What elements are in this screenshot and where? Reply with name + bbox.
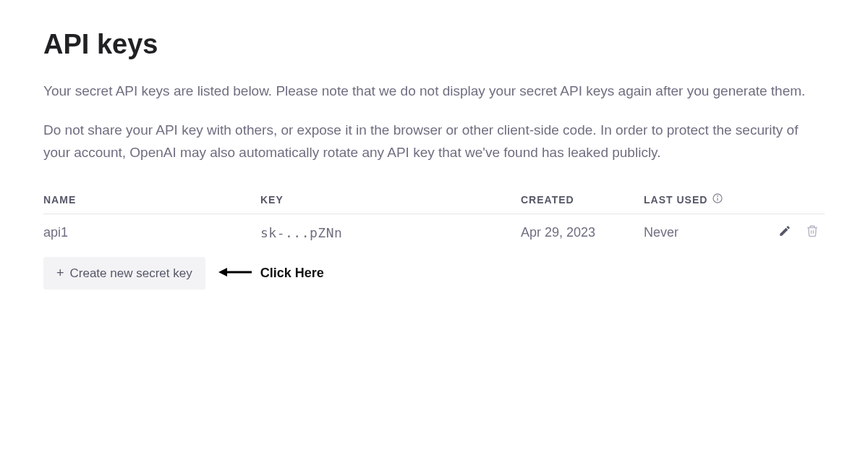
table-header-key: KEY [260,194,521,206]
create-key-row: + Create new secret key Click Here [43,257,825,290]
table-header-row: NAME KEY CREATED LAST USED [43,193,825,214]
annotation-arrow-wrap: Click Here [218,266,324,281]
table-row: api1 sk-...pZNn Apr 29, 2023 Never [43,214,825,251]
trash-icon[interactable] [806,224,819,241]
key-actions-cell [767,224,825,241]
key-value-cell: sk-...pZNn [260,225,521,240]
key-name-cell: api1 [43,225,260,240]
click-here-annotation: Click Here [260,266,324,281]
table-header-name: NAME [43,194,260,206]
table-header-lastused: LAST USED [644,193,825,206]
create-button-label: Create new secret key [70,266,192,281]
page-title: API keys [43,29,825,60]
table-header-lastused-label: LAST USED [644,194,707,206]
table-header-created: CREATED [521,194,644,206]
description-paragraph-1: Your secret API keys are listed below. P… [43,80,825,102]
info-icon[interactable] [712,193,723,206]
key-lastused-cell: Never [644,225,767,240]
edit-icon[interactable] [778,224,791,241]
plus-icon: + [56,266,64,281]
description-paragraph-2: Do not share your API key with others, o… [43,119,825,164]
create-secret-key-button[interactable]: + Create new secret key [43,257,205,290]
svg-marker-6 [218,268,227,276]
svg-point-2 [718,196,718,197]
key-created-cell: Apr 29, 2023 [521,225,644,240]
arrow-icon [218,267,253,280]
api-keys-table: NAME KEY CREATED LAST USED api1 sk-...pZ… [43,193,825,251]
